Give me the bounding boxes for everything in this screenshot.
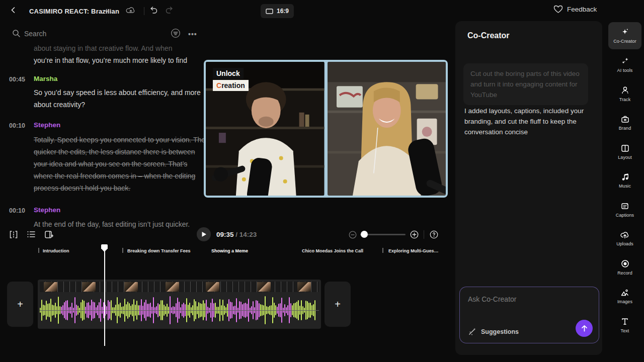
magic-wand-icon (468, 327, 476, 336)
sidebar-item-text[interactable]: Text (608, 312, 641, 339)
image-icon (620, 288, 629, 297)
back-icon[interactable] (9, 6, 17, 14)
suggestions-button[interactable]: Suggestions (468, 327, 519, 336)
chapter-tick (38, 248, 39, 253)
cocreator-user-prompt: Cut out the boring parts of this video a… (463, 63, 588, 105)
sidebar-item-layout[interactable]: Layout (608, 138, 641, 165)
play-button[interactable] (197, 227, 211, 241)
sidebar-item-track[interactable]: Track (608, 80, 641, 108)
aspect-ratio-label: 16:9 (277, 8, 289, 15)
zoom-out-icon[interactable] (349, 231, 357, 239)
cocreator-input-placeholder[interactable]: Ask Co-Creator (468, 295, 516, 303)
sidebar-item-brand[interactable]: Brand (608, 109, 641, 136)
search-icon[interactable] (12, 29, 21, 38)
add-track-left-button[interactable]: + (7, 282, 33, 327)
frame-icon (266, 9, 273, 14)
transcript-panel: about staying in that creative flow. And… (0, 40, 202, 221)
layout-icon (621, 144, 629, 152)
video-thumbnail (206, 282, 219, 292)
divider (144, 7, 144, 15)
transcript-line[interactable]: you’re in that flow, you’re much more li… (34, 54, 206, 66)
sidebar-item-captions[interactable]: Captions (608, 196, 641, 223)
timestamp: 00:10 (9, 120, 25, 132)
sidebar-item-uploads[interactable]: Uploads (608, 225, 641, 252)
add-panel-icon[interactable] (44, 230, 53, 239)
add-track-right-button[interactable]: + (325, 282, 351, 327)
video-preview[interactable]: Unlock Creation (204, 60, 448, 198)
cocreator-panel: Co-Creator Cut out the boring parts of t… (455, 21, 602, 355)
chapter-tick (382, 248, 383, 253)
video-thumbnail (44, 282, 57, 292)
video-thumbnail (297, 282, 311, 292)
chapter-label[interactable]: Chico Moedas Joins the Call (302, 248, 363, 253)
aspect-ratio-button[interactable]: 16:9 (261, 4, 294, 18)
video-thumbnail (82, 282, 96, 292)
sidebar-item-record[interactable]: Record (608, 254, 641, 281)
redo-icon[interactable] (165, 6, 174, 15)
zoom-slider-knob[interactable] (361, 231, 368, 238)
feedback-label: Feedback (567, 6, 597, 13)
send-button[interactable] (576, 320, 593, 337)
play-icon (201, 231, 207, 237)
current-time: 09:35 (216, 231, 234, 238)
timeline-zoom-slider[interactable] (360, 234, 406, 235)
overlay-line1: Unlock (213, 68, 244, 79)
help-icon[interactable] (430, 230, 438, 239)
cocreator-response: I added layouts, captions, included your… (464, 106, 591, 137)
chapter-label[interactable]: Intruduction (43, 248, 69, 253)
sparkle-icon (621, 28, 629, 36)
search-row: Search ••• (0, 28, 201, 41)
cloud-sync-icon[interactable] (126, 6, 136, 15)
captions-icon (621, 202, 629, 210)
playhead-line (104, 244, 105, 346)
transcript-text[interactable]: So you’d say speed is less about efficie… (34, 86, 206, 111)
chapter-tick (122, 248, 123, 253)
filmstrip-strip[interactable] (40, 282, 319, 292)
chapter-label[interactable]: Exploring Multi-Gues… (388, 248, 439, 253)
zoom-in-icon[interactable] (410, 230, 419, 239)
video-thumbnail (166, 282, 179, 292)
time-display: 09:35 / 14:23 (216, 231, 257, 238)
chevron-down-icon[interactable] (104, 8, 110, 14)
speaker-name[interactable]: Stephen (34, 119, 60, 131)
video-pane-left: Unlock Creation (206, 62, 325, 196)
cocreator-title: Co-Creator (467, 31, 510, 40)
divider (424, 230, 424, 239)
total-time: 14:23 (239, 231, 257, 238)
ai-tools-icon (621, 57, 629, 65)
top-bar: CASIMIRO REACT: Brazilian 16:9 Feedback … (0, 0, 644, 22)
suggestions-label: Suggestions (481, 328, 519, 335)
chapter-label[interactable]: Showing a Meme (211, 248, 248, 253)
right-sidebar: Co-Creator AI tools Track Brand Layout M… (606, 0, 644, 362)
timeline-track[interactable] (38, 280, 321, 329)
speaker-video-woman (328, 62, 446, 196)
heart-icon (553, 5, 563, 14)
transcript-line-faded[interactable]: about staying in that creative flow. And… (34, 42, 206, 54)
person-icon (621, 86, 629, 95)
sidebar-item-music[interactable]: Music (608, 167, 641, 194)
waveform-centerline (40, 310, 319, 311)
video-thumbnail (257, 282, 271, 292)
sidebar-item-ai-tools[interactable]: AI tools (608, 51, 641, 78)
audio-waveform[interactable] (40, 295, 319, 326)
feedback-button[interactable]: Feedback (553, 5, 597, 14)
transcript-text-struck[interactable]: Totally. Speed keeps you connected to yo… (34, 134, 206, 194)
filter-icon[interactable] (171, 28, 181, 38)
sidebar-item-cocreator[interactable]: Co-Creator (608, 22, 641, 49)
timestamp: 00:45 (9, 73, 25, 85)
timestamp: 00:10 (9, 205, 25, 217)
chapter-label[interactable]: Breaking down Transfer Fees (127, 248, 191, 253)
arrow-up-icon (581, 325, 588, 332)
search-input[interactable]: Search (24, 30, 46, 38)
sidebar-item-images[interactable]: Images (608, 283, 641, 310)
undo-icon[interactable] (149, 6, 158, 15)
timeline-trim-icon[interactable] (9, 230, 18, 239)
music-note-icon (621, 172, 629, 181)
speaker-name[interactable]: Marsha (34, 73, 57, 85)
cocreator-input-box[interactable]: Ask Co-Creator Suggestions (459, 287, 599, 343)
transcript-text[interactable]: At the end of the day, fast editing isn’… (34, 218, 206, 230)
list-view-icon[interactable] (27, 230, 36, 238)
speaker-name[interactable]: Stephen (34, 204, 60, 216)
more-options-icon[interactable]: ••• (188, 30, 197, 38)
text-icon (621, 317, 629, 326)
